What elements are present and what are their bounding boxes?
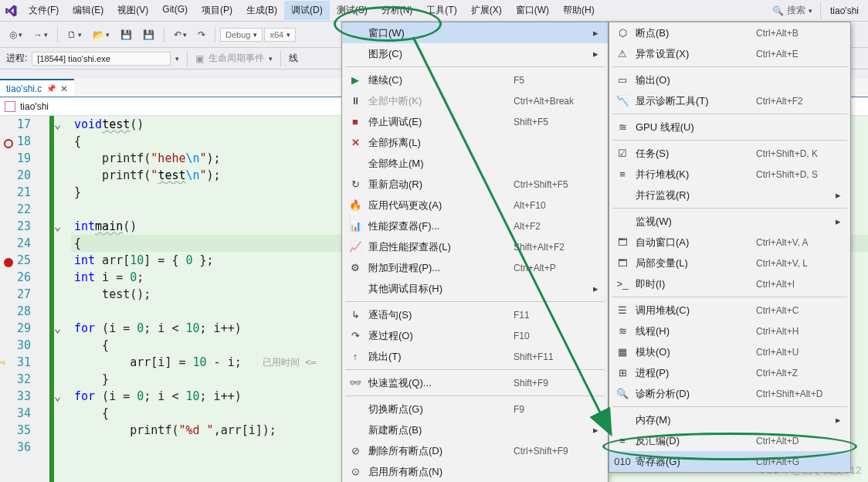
menu-item[interactable]: ☰调用堆栈(C)Ctrl+Alt+C [609, 300, 850, 321]
menu-item[interactable]: 切换断点(G)F9 [342, 399, 608, 419]
fold-toggle[interactable] [54, 201, 71, 218]
fold-toggle[interactable] [54, 167, 71, 184]
fold-toggle[interactable] [54, 150, 71, 167]
menu-item[interactable]: 全部终止(M) [342, 153, 608, 174]
breakpoint-icon[interactable] [4, 258, 13, 267]
menu-测试[interactable]: 测试(S) [330, 1, 375, 20]
menu-item[interactable]: ▶继续(C)F5 [342, 70, 608, 90]
menu-item[interactable]: 🗔局部变量(L)Ctrl+Alt+V, L [609, 253, 850, 273]
menu-窗口[interactable]: 窗口(W) [509, 1, 556, 20]
menu-item-label: 启用所有断点(N) [368, 465, 598, 479]
menu-item[interactable]: 监视(W)▸ [609, 211, 850, 232]
fold-toggle[interactable] [54, 269, 71, 286]
menu-item[interactable]: 📊性能探查器(F)...Alt+F2 [342, 216, 608, 236]
menu-item[interactable]: ↑跳出(T)Shift+F11 [342, 346, 608, 367]
fold-toggle[interactable] [54, 371, 71, 388]
fold-toggle[interactable]: ⌄ [54, 320, 71, 337]
menu-视图[interactable]: 视图(V) [110, 1, 155, 20]
menu-item[interactable]: ⊘删除所有断点(D)Ctrl+Shift+F9 [342, 440, 608, 461]
fold-toggle[interactable] [54, 303, 71, 320]
menu-item[interactable]: 图形(C)▸ [342, 43, 608, 64]
menu-项目[interactable]: 项目(P) [195, 1, 239, 20]
menu-item[interactable]: 📉显示诊断工具(T)Ctrl+Alt+F2 [609, 90, 850, 111]
menu-item[interactable]: ⏸全部中断(K)Ctrl+Alt+Break [342, 90, 608, 111]
asm-icon: ≡ [615, 435, 629, 446]
menu-item[interactable]: 内存(M)▸ [609, 409, 850, 430]
menu-item[interactable]: ⚠异常设置(X)Ctrl+Alt+E [609, 43, 850, 64]
process-combo[interactable]: [18544] tiao'shi.exe [32, 52, 171, 66]
menu-编辑[interactable]: 编辑(E) [66, 1, 110, 20]
menu-item-label: 异常设置(X) [636, 47, 750, 61]
menu-item[interactable]: 🔍诊断分析(D)Ctrl+Shift+Alt+D [609, 383, 850, 404]
menu-item[interactable]: ↳逐语句(S)F11 [342, 304, 608, 325]
menu-扩展[interactable]: 扩展(X) [464, 1, 509, 20]
menu-item[interactable]: ≋线程(H)Ctrl+Alt+H [609, 321, 850, 341]
redo-button[interactable]: ↷ [193, 26, 210, 43]
menu-工具[interactable]: 工具(T) [419, 1, 463, 20]
menu-调试[interactable]: 调试(D) [284, 1, 330, 20]
disbp-icon: ⊙ [348, 466, 362, 477]
close-icon[interactable]: ✕ [60, 83, 68, 94]
menu-item[interactable]: 📈重启性能探查器(L)Shift+Alt+F2 [342, 236, 608, 257]
menu-帮助[interactable]: 帮助(H) [556, 1, 602, 20]
menu-生成[interactable]: 生成(B) [239, 1, 284, 20]
menu-item[interactable]: 👓快速监视(Q)...Shift+F9 [342, 372, 608, 393]
platform-combo[interactable]: x64 ▾ [264, 28, 296, 42]
fold-toggle[interactable] [54, 286, 71, 303]
menu-item[interactable]: 新建断点(B)▸ [342, 419, 608, 440]
nav-back-button[interactable]: ◎ ▾ [5, 26, 27, 43]
fold-toggle[interactable] [54, 235, 71, 252]
menu-shortcut: Ctrl+Alt+P [514, 263, 598, 273]
fold-toggle[interactable]: ⌄ [54, 116, 71, 133]
fold-toggle[interactable] [54, 337, 71, 354]
open-button[interactable]: 📂 ▾ [88, 26, 114, 43]
save-all-button[interactable]: 💾 [138, 26, 159, 43]
fold-toggle[interactable] [54, 422, 71, 439]
undo-button[interactable]: ↶ ▾ [169, 26, 192, 43]
breakpoint-hollow-icon[interactable] [4, 139, 13, 148]
menu-item[interactable]: ⊞进程(P)Ctrl+Alt+Z [609, 362, 850, 383]
pin-icon[interactable]: 📌 [46, 84, 56, 93]
menu-item[interactable]: ⊙启用所有断点(N) [342, 461, 608, 482]
menu-item[interactable]: 🗔自动窗口(A)Ctrl+Alt+V, A [609, 232, 850, 253]
menu-分析[interactable]: 分析(N) [375, 1, 420, 20]
menu-item[interactable]: ⬡断点(B)Ctrl+Alt+B [609, 22, 850, 43]
menu-item[interactable]: ≡并行堆栈(K)Ctrl+Shift+D, S [609, 164, 850, 185]
menu-item[interactable]: ↷逐过程(O)F10 [342, 325, 608, 346]
menu-item[interactable]: 窗口(W)▸ [342, 22, 608, 43]
tab-tiaoshi-c[interactable]: tiao'shi.c 📌 ✕ [0, 79, 74, 97]
fold-toggle[interactable] [54, 354, 71, 371]
menu-item[interactable]: ■停止调试(E)Shift+F5 [342, 111, 608, 132]
fold-toggle[interactable] [54, 439, 71, 456]
menu-item[interactable]: 并行监视(R)▸ [609, 185, 850, 205]
menu-item[interactable]: 010寄存器(G)Ctrl+Alt+G [609, 451, 850, 472]
search-placeholder: 搜索 [787, 4, 805, 17]
fold-toggle[interactable] [54, 184, 71, 201]
fold-toggle[interactable] [54, 405, 71, 422]
green-tri: ▶ [348, 74, 362, 86]
menu-git[interactable]: Git(G) [155, 1, 195, 20]
menu-item[interactable]: ✕全部拆离(L) [342, 132, 608, 153]
red-x: ✕ [348, 137, 362, 148]
menu-item[interactable]: >_即时(I)Ctrl+Alt+I [609, 273, 850, 294]
menu-item[interactable]: ☑任务(S)Ctrl+Shift+D, K [609, 143, 850, 164]
new-button[interactable]: 🗋 ▾ [63, 26, 86, 43]
fold-toggle[interactable]: ⌄ [54, 388, 71, 405]
fold-toggle[interactable] [54, 252, 71, 269]
fold-toggle[interactable]: ⌄ [54, 218, 71, 235]
nav-fwd-button[interactable]: → ▾ [29, 26, 53, 43]
fold-toggle[interactable] [54, 133, 71, 150]
menu-item[interactable]: ⚙附加到进程(P)...Ctrl+Alt+P [342, 257, 608, 278]
menu-item[interactable]: 其他调试目标(H)▸ [342, 278, 608, 299]
menu-item[interactable]: ≡反汇编(D)Ctrl+Alt+D [609, 430, 850, 451]
menu-item[interactable]: ↻重新启动(R)Ctrl+Shift+F5 [342, 174, 608, 195]
search-box[interactable]: 🔍 搜索 ▾ [765, 2, 820, 19]
config-combo[interactable]: Debug ▾ [220, 28, 263, 42]
save-button[interactable]: 💾 [116, 26, 137, 43]
menu-item[interactable]: ▭输出(O) [609, 70, 850, 90]
menu-item[interactable]: ≋GPU 线程(U) [609, 117, 850, 137]
menu-shortcut: Ctrl+Shift+F5 [514, 179, 598, 190]
menu-item[interactable]: ▦模块(O)Ctrl+Alt+U [609, 341, 850, 362]
menu-文件[interactable]: 文件(F) [22, 1, 66, 20]
menu-item[interactable]: 🔥应用代码更改(A)Alt+F10 [342, 195, 608, 216]
